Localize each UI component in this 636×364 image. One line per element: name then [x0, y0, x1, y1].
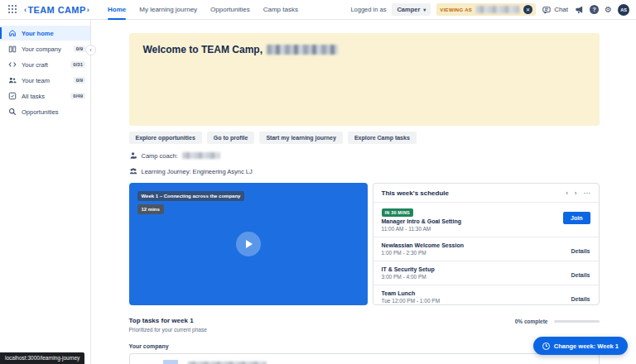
- schedule-controls: ‹ › ⋯: [566, 189, 590, 197]
- event-info: IN 30 MINS Manager Intro & Goal Setting …: [382, 208, 461, 232]
- sidebar-item-your-team[interactable]: Your team 0/9: [0, 73, 90, 88]
- viewing-as-badge: VIEWING AS ✕: [436, 3, 536, 16]
- sidebar-item-your-company[interactable]: Your company 0/9: [0, 41, 90, 56]
- sidebar-item-your-home[interactable]: Your home: [0, 26, 90, 41]
- help-button[interactable]: ?: [590, 5, 599, 14]
- more-options-icon[interactable]: ⋯: [584, 189, 590, 197]
- explore-camp-tasks-button[interactable]: Explore Camp tasks: [348, 132, 417, 144]
- sidebar-item-label: Your team: [22, 77, 50, 84]
- top-tasks-title: Top tasks for week 1: [129, 317, 207, 324]
- browser-status-url: localhost:3000/learning-journey: [0, 352, 84, 364]
- tab-opportunities[interactable]: Opportunities: [204, 0, 257, 20]
- app-switcher-icon[interactable]: [8, 5, 17, 14]
- play-button[interactable]: [236, 232, 261, 256]
- progress-badge: 0/31: [70, 61, 85, 68]
- tab-my-learning-journey[interactable]: My learning journey: [132, 0, 204, 20]
- logged-in-as-label: Logged in as: [350, 6, 386, 13]
- event-action: Details: [571, 242, 590, 256]
- home-icon: [8, 29, 17, 37]
- change-week-label: Change week: Week 1: [554, 342, 619, 350]
- progress-bar: [554, 320, 600, 323]
- settings-gear-icon[interactable]: ⚙: [605, 6, 612, 14]
- task-card-partial[interactable]: [129, 353, 600, 364]
- sidebar-item-all-tasks[interactable]: All tasks 0/49: [0, 89, 90, 103]
- explore-opportunities-button[interactable]: Explore opportunities: [129, 132, 202, 144]
- learning-journey-label: Learning Journey: Engineering Async LJ: [142, 168, 253, 175]
- role-selector[interactable]: Camper ▾: [392, 3, 431, 16]
- collapse-chevron-icon: ‹: [89, 47, 91, 53]
- announcements-megaphone-icon[interactable]: [574, 5, 584, 15]
- main-content: Welcome to TEAM Camp, Explore opportunit…: [92, 20, 636, 364]
- event-info: IT & Security Setup 3:00 PM - 4:00 PM: [382, 266, 435, 280]
- redacted-user-name: [267, 45, 338, 55]
- chat-label: Chat: [554, 6, 568, 13]
- change-week-button[interactable]: Change week: Week 1: [533, 337, 628, 355]
- schedule-event-row: Team Lunch Tue 12:00 PM - 1:00 PM Detail…: [373, 285, 599, 305]
- chevron-down-icon: ▾: [423, 7, 426, 12]
- left-sidebar: Your home Your company 0/9 Your craft 0/…: [0, 20, 91, 364]
- sidebar-item-label: Your craft: [22, 61, 48, 69]
- tasks-progress: 0% complete: [515, 318, 600, 324]
- close-icon: ✕: [526, 7, 530, 12]
- schedule-event-row: IN 30 MINS Manager Intro & Goal Setting …: [373, 203, 599, 237]
- week-video-player[interactable]: Week 1 – Connecting across the company 1…: [129, 183, 368, 305]
- progress-badge: 0/9: [74, 77, 85, 84]
- top-tasks-header: Top tasks for week 1 Prioritized for you…: [129, 317, 600, 333]
- code-icon: [8, 60, 17, 69]
- app-logo[interactable]: ‹ TEAM CAMP ›: [24, 5, 89, 15]
- top-header: ‹ TEAM CAMP › Home My learning journey O…: [0, 0, 636, 20]
- checkbox-icon: [8, 92, 17, 100]
- event-action: Join: [563, 208, 590, 224]
- video-title-badge: Week 1 – Connecting across the company: [137, 191, 245, 201]
- event-action: Details: [571, 266, 590, 280]
- redacted-viewed-user-name: [476, 6, 519, 13]
- camp-coach-label: Camp coach:: [142, 152, 178, 160]
- video-badges: Week 1 – Connecting across the company 1…: [137, 191, 245, 214]
- team-icon: [8, 76, 17, 84]
- event-title: Team Lunch: [382, 290, 441, 296]
- details-link[interactable]: Details: [571, 272, 590, 278]
- details-link[interactable]: Details: [571, 248, 590, 254]
- event-time: 11:00 AM - 11:30 AM: [382, 226, 461, 232]
- sidebar-item-your-craft[interactable]: Your craft 0/31: [0, 57, 90, 72]
- join-button[interactable]: Join: [563, 212, 590, 224]
- go-to-profile-button[interactable]: Go to profile: [207, 132, 255, 144]
- logo-text: TEAM CAMP: [27, 5, 85, 15]
- logo-right-chevron-icon: ›: [87, 6, 89, 14]
- sidebar-item-label: All tasks: [22, 93, 45, 100]
- sidebar-item-label: Your home: [22, 30, 54, 37]
- welcome-title: Welcome to TEAM Camp,: [143, 44, 585, 55]
- tab-home[interactable]: Home: [101, 0, 132, 20]
- sidebar-item-opportunities[interactable]: Opportunities: [0, 104, 90, 119]
- your-company-section-label: Your company: [129, 343, 600, 349]
- chat-button[interactable]: Chat: [542, 5, 568, 15]
- next-week-icon[interactable]: ›: [575, 189, 577, 197]
- question-mark-icon: ?: [592, 7, 595, 12]
- clock-icon: [542, 342, 550, 350]
- quick-actions: Explore opportunities Go to profile Star…: [129, 132, 600, 144]
- schedule-title: This week's schedule: [382, 189, 450, 197]
- start-learning-journey-button[interactable]: Start my learning journey: [259, 132, 342, 144]
- progress-badge: 0/49: [70, 93, 85, 99]
- details-link[interactable]: Details: [571, 296, 590, 302]
- content-columns: Week 1 – Connecting across the company 1…: [129, 183, 600, 305]
- logo-left-chevron-icon: ‹: [24, 6, 26, 14]
- close-viewing-as-button[interactable]: ✕: [523, 5, 532, 14]
- viewing-as-label: VIEWING AS: [440, 7, 472, 12]
- redacted-coach-name: [182, 152, 220, 159]
- event-title: Newlassian Welcome Session: [382, 242, 464, 248]
- progress-badge: 0/9: [74, 46, 85, 52]
- event-title: Manager Intro & Goal Setting: [382, 218, 461, 224]
- sidebar-collapse-button[interactable]: ‹: [85, 45, 96, 55]
- user-avatar[interactable]: AS: [618, 4, 629, 16]
- welcome-banner: Welcome to TEAM Camp,: [129, 33, 600, 126]
- event-info: Team Lunch Tue 12:00 PM - 1:00 PM: [382, 290, 441, 304]
- event-action: Details: [571, 290, 590, 304]
- role-selector-value: Camper: [397, 6, 420, 13]
- search-icon: [8, 108, 17, 116]
- event-time: 1:00 PM - 2:30 PM: [382, 250, 464, 256]
- progress-label: 0% complete: [515, 318, 548, 324]
- tab-camp-tasks[interactable]: Camp tasks: [257, 0, 305, 20]
- prev-week-icon[interactable]: ‹: [566, 189, 568, 197]
- task-thumbnail: [163, 360, 178, 364]
